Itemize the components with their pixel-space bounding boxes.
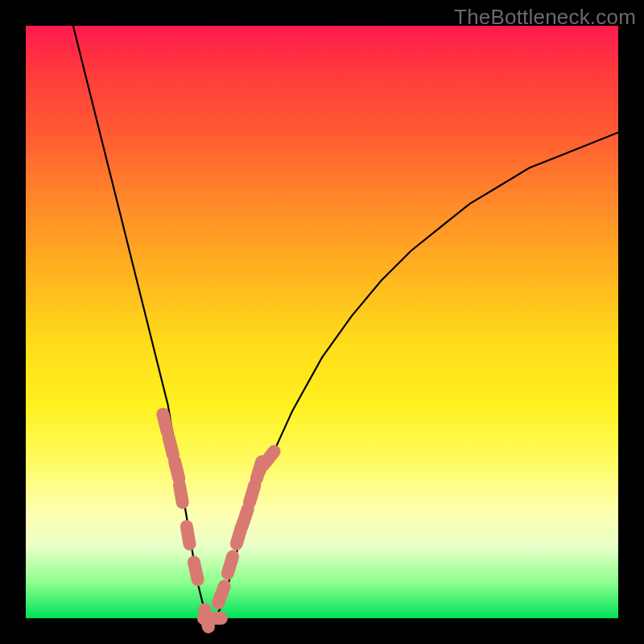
reference-marker (242, 509, 248, 526)
reference-marker (194, 562, 198, 580)
reference-marker (250, 485, 254, 502)
reference-marker (169, 438, 173, 455)
reference-marker (218, 586, 225, 603)
reference-markers-group (163, 414, 274, 626)
reference-marker (163, 414, 167, 431)
reference-marker (175, 461, 179, 478)
bottleneck-curve-path (73, 26, 618, 618)
reference-marker (180, 485, 183, 503)
chart-frame: TheBottleneck.com (0, 0, 644, 644)
reference-marker (228, 556, 233, 573)
curve-path-group (73, 26, 618, 618)
plot-area (26, 26, 618, 618)
reference-marker (263, 452, 275, 465)
bottleneck-curve-svg (26, 26, 618, 618)
reference-marker (187, 526, 190, 544)
